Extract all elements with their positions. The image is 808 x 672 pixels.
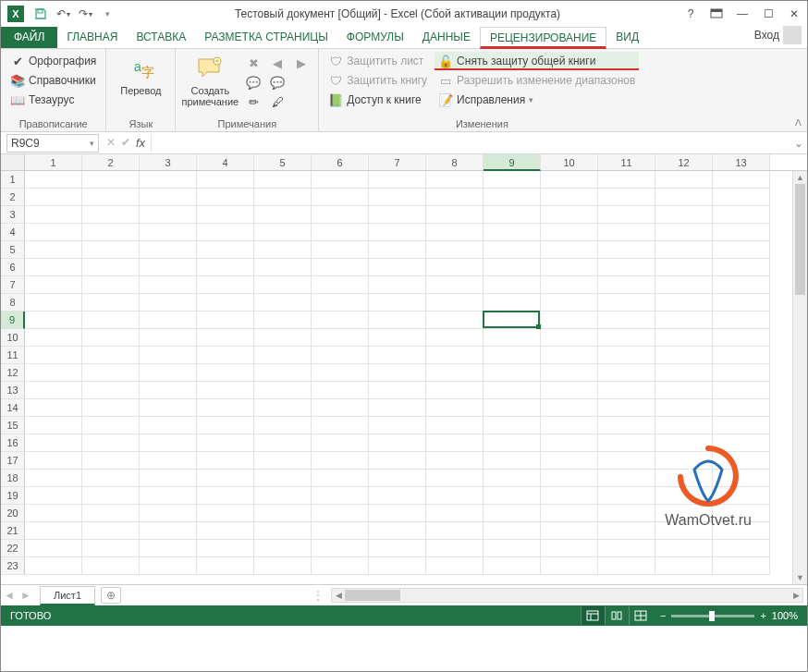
cell[interactable]: [82, 189, 140, 206]
column-header[interactable]: 8: [426, 154, 484, 170]
row-header[interactable]: 9: [1, 312, 25, 329]
cell[interactable]: [541, 434, 598, 452]
save-button[interactable]: [31, 4, 51, 24]
cell[interactable]: [655, 364, 713, 382]
row-header[interactable]: 16: [1, 434, 25, 452]
cell[interactable]: [197, 276, 254, 294]
cell[interactable]: [713, 540, 770, 557]
cell[interactable]: [541, 259, 598, 276]
cell[interactable]: [598, 452, 655, 470]
cell[interactable]: [25, 382, 82, 399]
cell[interactable]: [369, 224, 426, 241]
cell[interactable]: [484, 329, 541, 347]
show-comment-button[interactable]: 💬: [242, 73, 264, 92]
cell[interactable]: [82, 329, 140, 347]
cell[interactable]: [541, 171, 598, 189]
cell[interactable]: [541, 557, 598, 575]
cell[interactable]: [140, 434, 197, 452]
cell[interactable]: [369, 417, 426, 434]
cell[interactable]: [197, 470, 254, 487]
prev-comment-button[interactable]: ◀: [266, 54, 288, 72]
cell[interactable]: [312, 382, 369, 399]
cell[interactable]: [254, 382, 312, 399]
cell[interactable]: [82, 276, 140, 294]
cell[interactable]: [598, 487, 655, 505]
cell[interactable]: [655, 329, 713, 347]
cell[interactable]: [312, 276, 369, 294]
cell[interactable]: [484, 505, 541, 522]
tab-view[interactable]: ВИД: [606, 27, 648, 48]
cell[interactable]: [369, 557, 426, 575]
cell[interactable]: [312, 312, 369, 329]
scroll-up-button[interactable]: ▲: [793, 171, 807, 184]
cell[interactable]: [312, 241, 369, 259]
cell[interactable]: [369, 399, 426, 417]
cell[interactable]: [655, 557, 713, 575]
cell[interactable]: [541, 470, 598, 487]
scroll-left-button[interactable]: ◀: [332, 589, 345, 602]
cell[interactable]: [312, 452, 369, 470]
cell[interactable]: [598, 470, 655, 487]
cell[interactable]: [713, 206, 770, 224]
cell[interactable]: [25, 557, 82, 575]
cell[interactable]: [598, 522, 655, 540]
column-header[interactable]: 12: [655, 154, 713, 170]
row-header[interactable]: 3: [1, 206, 25, 224]
cell[interactable]: [598, 364, 655, 382]
cell[interactable]: [369, 347, 426, 364]
cell[interactable]: [312, 417, 369, 434]
cell[interactable]: [197, 312, 254, 329]
cell[interactable]: [312, 259, 369, 276]
cell[interactable]: [197, 487, 254, 505]
tab-insert[interactable]: ВСТАВКА: [127, 27, 195, 48]
cell[interactable]: [82, 382, 140, 399]
cell[interactable]: [140, 312, 197, 329]
cell[interactable]: [25, 417, 82, 434]
cell[interactable]: [140, 294, 197, 312]
cell[interactable]: [598, 329, 655, 347]
cell[interactable]: [25, 329, 82, 347]
cell[interactable]: [541, 276, 598, 294]
cell[interactable]: [426, 276, 484, 294]
scroll-right-button[interactable]: ▶: [790, 589, 802, 602]
cell[interactable]: [598, 557, 655, 575]
cell[interactable]: [713, 347, 770, 364]
cell[interactable]: [25, 189, 82, 206]
cell[interactable]: [312, 399, 369, 417]
cell[interactable]: [254, 276, 312, 294]
cell[interactable]: [197, 540, 254, 557]
row-header[interactable]: 21: [1, 522, 25, 540]
cell[interactable]: [312, 505, 369, 522]
column-header[interactable]: 3: [140, 154, 197, 170]
cell[interactable]: [426, 224, 484, 241]
delete-comment-button[interactable]: ✖: [242, 54, 264, 72]
cell[interactable]: [254, 505, 312, 522]
cell[interactable]: [713, 294, 770, 312]
cell[interactable]: [369, 505, 426, 522]
cell[interactable]: [82, 417, 140, 434]
cell[interactable]: [484, 206, 541, 224]
row-header[interactable]: 22: [1, 540, 25, 557]
cell[interactable]: [541, 189, 598, 206]
column-header[interactable]: 10: [541, 154, 598, 170]
cell[interactable]: [254, 557, 312, 575]
cell[interactable]: [25, 452, 82, 470]
cell[interactable]: [25, 259, 82, 276]
vertical-scrollbar[interactable]: ▲ ▼: [792, 171, 807, 584]
cell[interactable]: [197, 452, 254, 470]
column-header[interactable]: 13: [713, 154, 770, 170]
cell[interactable]: [82, 294, 140, 312]
new-comment-button[interactable]: Создатьпримечание: [181, 52, 239, 116]
row-header[interactable]: 17: [1, 452, 25, 470]
cell[interactable]: [541, 540, 598, 557]
cell[interactable]: [598, 347, 655, 364]
cell[interactable]: [655, 241, 713, 259]
sign-in[interactable]: Вход: [749, 22, 807, 48]
cell[interactable]: [312, 189, 369, 206]
cell[interactable]: [25, 171, 82, 189]
cell[interactable]: [312, 557, 369, 575]
cell[interactable]: [713, 399, 770, 417]
spelling-button[interactable]: ✔Орфография: [6, 52, 100, 70]
redo-button[interactable]: ↷▾: [75, 4, 95, 24]
row-header[interactable]: 5: [1, 241, 25, 259]
